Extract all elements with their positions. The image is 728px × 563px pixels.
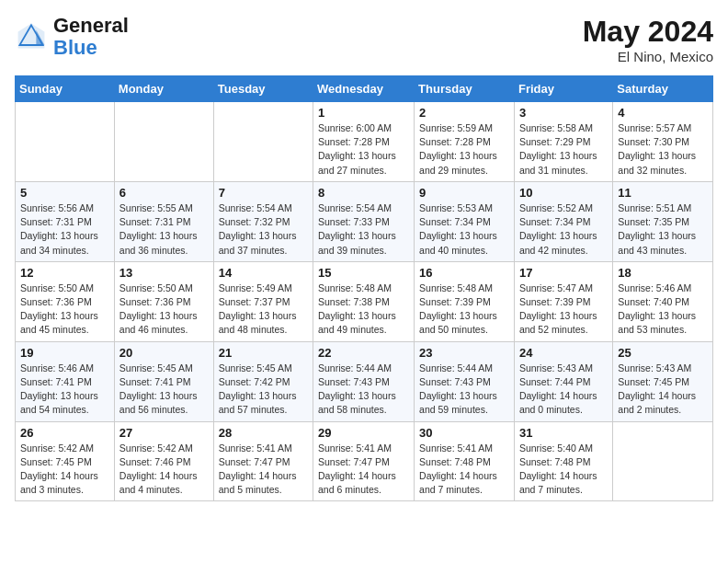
calendar-cell: 5Sunrise: 5:56 AMSunset: 7:31 PMDaylight… [16, 181, 115, 261]
day-info: Sunrise: 5:57 AMSunset: 7:30 PMDaylight:… [618, 121, 708, 178]
day-number: 3 [519, 106, 608, 120]
col-saturday: Saturday [613, 76, 713, 102]
calendar-cell: 12Sunrise: 5:50 AMSunset: 7:36 PMDayligh… [16, 261, 115, 341]
day-number: 18 [618, 266, 708, 280]
calendar-cell: 15Sunrise: 5:48 AMSunset: 7:38 PMDayligh… [313, 261, 415, 341]
calendar-cell: 23Sunrise: 5:44 AMSunset: 7:43 PMDayligh… [415, 341, 515, 421]
calendar-cell: 8Sunrise: 5:54 AMSunset: 7:33 PMDaylight… [313, 181, 415, 261]
logo-text: GeneralBlue [53, 15, 129, 59]
calendar-cell [114, 102, 213, 182]
calendar-cell: 29Sunrise: 5:41 AMSunset: 7:47 PMDayligh… [313, 421, 415, 501]
day-info: Sunrise: 5:42 AMSunset: 7:45 PMDaylight:… [20, 442, 109, 498]
calendar-cell: 26Sunrise: 5:42 AMSunset: 7:45 PMDayligh… [16, 421, 115, 501]
day-info: Sunrise: 5:45 AMSunset: 7:42 PMDaylight:… [219, 362, 308, 418]
day-info: Sunrise: 5:50 AMSunset: 7:36 PMDaylight:… [20, 282, 109, 338]
calendar-body: 1Sunrise: 6:00 AMSunset: 7:28 PMDaylight… [16, 102, 713, 501]
day-info: Sunrise: 5:59 AMSunset: 7:28 PMDaylight:… [419, 121, 509, 178]
location: El Nino, Mexico [583, 49, 713, 64]
day-info: Sunrise: 5:54 AMSunset: 7:32 PMDaylight:… [219, 201, 308, 258]
day-number: 28 [219, 426, 308, 440]
calendar-cell: 25Sunrise: 5:43 AMSunset: 7:45 PMDayligh… [613, 341, 713, 421]
day-number: 24 [519, 346, 608, 360]
calendar-cell: 18Sunrise: 5:46 AMSunset: 7:40 PMDayligh… [613, 261, 713, 341]
day-number: 6 [119, 186, 209, 200]
col-wednesday: Wednesday [313, 76, 415, 102]
day-info: Sunrise: 5:58 AMSunset: 7:29 PMDaylight:… [519, 121, 608, 178]
calendar-cell: 24Sunrise: 5:43 AMSunset: 7:44 PMDayligh… [514, 341, 612, 421]
day-number: 19 [20, 346, 109, 360]
day-number: 17 [519, 266, 608, 280]
day-info: Sunrise: 5:45 AMSunset: 7:41 PMDaylight:… [119, 362, 209, 418]
col-friday: Friday [514, 76, 612, 102]
calendar-cell: 4Sunrise: 5:57 AMSunset: 7:30 PMDaylight… [613, 102, 713, 182]
day-number: 13 [119, 266, 209, 280]
logo-icon [15, 20, 48, 53]
day-info: Sunrise: 5:44 AMSunset: 7:43 PMDaylight:… [419, 362, 509, 418]
day-number: 11 [618, 186, 708, 200]
day-number: 21 [219, 346, 308, 360]
calendar-week-1: 1Sunrise: 6:00 AMSunset: 7:28 PMDaylight… [16, 102, 713, 182]
calendar-cell: 21Sunrise: 5:45 AMSunset: 7:42 PMDayligh… [213, 341, 313, 421]
day-info: Sunrise: 5:44 AMSunset: 7:43 PMDaylight:… [318, 362, 409, 418]
calendar-cell: 11Sunrise: 5:51 AMSunset: 7:35 PMDayligh… [613, 181, 713, 261]
day-number: 14 [219, 266, 308, 280]
day-number: 29 [318, 426, 409, 440]
day-info: Sunrise: 5:55 AMSunset: 7:31 PMDaylight:… [119, 201, 209, 258]
day-info: Sunrise: 5:54 AMSunset: 7:33 PMDaylight:… [318, 201, 409, 258]
calendar-cell: 22Sunrise: 5:44 AMSunset: 7:43 PMDayligh… [313, 341, 415, 421]
calendar-cell: 9Sunrise: 5:53 AMSunset: 7:34 PMDaylight… [415, 181, 515, 261]
calendar-cell [613, 421, 713, 501]
day-info: Sunrise: 5:46 AMSunset: 7:40 PMDaylight:… [618, 282, 708, 338]
day-info: Sunrise: 5:43 AMSunset: 7:44 PMDaylight:… [519, 362, 608, 418]
day-number: 5 [20, 186, 109, 200]
day-info: Sunrise: 5:48 AMSunset: 7:38 PMDaylight:… [318, 282, 409, 338]
day-number: 8 [318, 186, 409, 200]
day-number: 27 [119, 426, 209, 440]
day-number: 23 [419, 346, 509, 360]
calendar-cell: 7Sunrise: 5:54 AMSunset: 7:32 PMDaylight… [213, 181, 313, 261]
calendar-cell: 13Sunrise: 5:50 AMSunset: 7:36 PMDayligh… [114, 261, 213, 341]
calendar-table: Sunday Monday Tuesday Wednesday Thursday… [15, 75, 713, 501]
day-info: Sunrise: 5:40 AMSunset: 7:48 PMDaylight:… [519, 442, 608, 498]
day-info: Sunrise: 5:56 AMSunset: 7:31 PMDaylight:… [20, 201, 109, 258]
day-info: Sunrise: 5:42 AMSunset: 7:46 PMDaylight:… [119, 442, 209, 498]
day-number: 15 [318, 266, 409, 280]
header-row: Sunday Monday Tuesday Wednesday Thursday… [16, 76, 713, 102]
day-number: 7 [219, 186, 308, 200]
calendar-cell: 27Sunrise: 5:42 AMSunset: 7:46 PMDayligh… [114, 421, 213, 501]
day-info: Sunrise: 5:49 AMSunset: 7:37 PMDaylight:… [219, 282, 308, 338]
col-thursday: Thursday [415, 76, 515, 102]
calendar-cell: 10Sunrise: 5:52 AMSunset: 7:34 PMDayligh… [514, 181, 612, 261]
calendar-cell: 31Sunrise: 5:40 AMSunset: 7:48 PMDayligh… [514, 421, 612, 501]
calendar-cell: 28Sunrise: 5:41 AMSunset: 7:47 PMDayligh… [213, 421, 313, 501]
day-info: Sunrise: 5:46 AMSunset: 7:41 PMDaylight:… [20, 362, 109, 418]
calendar-cell: 3Sunrise: 5:58 AMSunset: 7:29 PMDaylight… [514, 102, 612, 182]
day-number: 30 [419, 426, 509, 440]
calendar-header: Sunday Monday Tuesday Wednesday Thursday… [16, 76, 713, 102]
calendar-cell [213, 102, 313, 182]
page-header: GeneralBlue May 2024 El Nino, Mexico [15, 15, 713, 64]
day-info: Sunrise: 5:52 AMSunset: 7:34 PMDaylight:… [519, 201, 608, 258]
day-number: 26 [20, 426, 109, 440]
calendar-week-4: 19Sunrise: 5:46 AMSunset: 7:41 PMDayligh… [16, 341, 713, 421]
col-sunday: Sunday [16, 76, 115, 102]
day-info: Sunrise: 5:41 AMSunset: 7:47 PMDaylight:… [318, 442, 409, 498]
day-number: 12 [20, 266, 109, 280]
title-block: May 2024 El Nino, Mexico [583, 15, 713, 64]
day-number: 9 [419, 186, 509, 200]
col-monday: Monday [114, 76, 213, 102]
calendar-cell: 6Sunrise: 5:55 AMSunset: 7:31 PMDaylight… [114, 181, 213, 261]
calendar-week-5: 26Sunrise: 5:42 AMSunset: 7:45 PMDayligh… [16, 421, 713, 501]
day-number: 25 [618, 346, 708, 360]
calendar-cell: 30Sunrise: 5:41 AMSunset: 7:48 PMDayligh… [415, 421, 515, 501]
day-number: 2 [419, 106, 509, 120]
day-info: Sunrise: 5:41 AMSunset: 7:48 PMDaylight:… [419, 442, 509, 498]
day-info: Sunrise: 6:00 AMSunset: 7:28 PMDaylight:… [318, 121, 409, 178]
calendar-cell: 1Sunrise: 6:00 AMSunset: 7:28 PMDaylight… [313, 102, 415, 182]
calendar-cell: 2Sunrise: 5:59 AMSunset: 7:28 PMDaylight… [415, 102, 515, 182]
day-info: Sunrise: 5:50 AMSunset: 7:36 PMDaylight:… [119, 282, 209, 338]
day-number: 31 [519, 426, 608, 440]
calendar-cell: 17Sunrise: 5:47 AMSunset: 7:39 PMDayligh… [514, 261, 612, 341]
day-info: Sunrise: 5:48 AMSunset: 7:39 PMDaylight:… [419, 282, 509, 338]
calendar-week-3: 12Sunrise: 5:50 AMSunset: 7:36 PMDayligh… [16, 261, 713, 341]
